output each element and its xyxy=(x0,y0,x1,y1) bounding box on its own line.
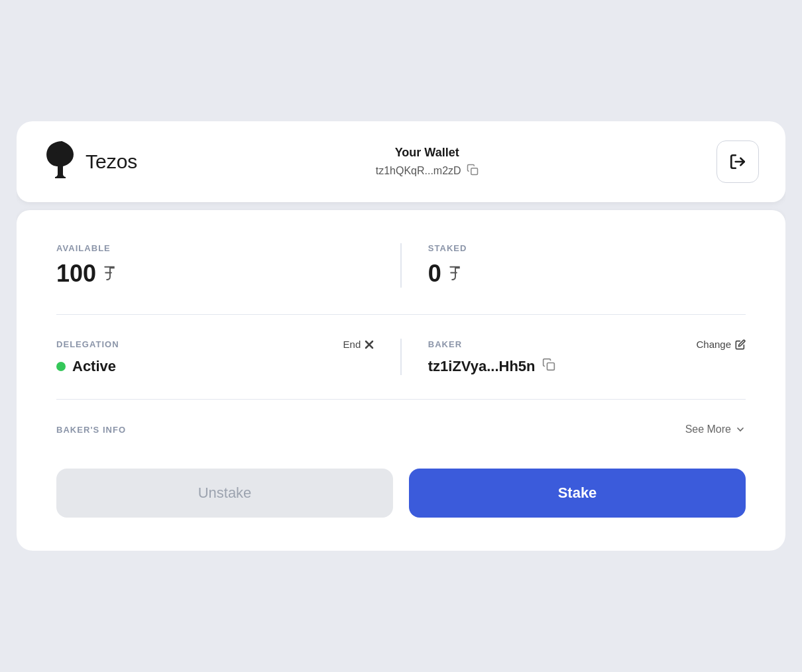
balance-divider xyxy=(400,243,402,288)
delegation-label: DELEGATION xyxy=(56,339,119,349)
wallet-title: Your Wallet xyxy=(376,146,479,160)
available-tez-symbol xyxy=(101,262,119,286)
staked-balance: STAKED 0 xyxy=(428,243,746,288)
wallet-info: Your Wallet tz1hQKqR...m2zD xyxy=(376,146,479,178)
available-label: AVAILABLE xyxy=(56,243,374,253)
bakers-info-label: BAKER'S INFO xyxy=(56,425,126,435)
baker-address-text: tz1iZVya...Hh5n xyxy=(428,358,536,375)
end-label: End xyxy=(343,339,361,350)
delegation-divider xyxy=(400,339,402,375)
tezos-brand-name: Tezos xyxy=(86,150,137,173)
stake-button[interactable]: Stake xyxy=(409,469,746,518)
change-label: Change xyxy=(696,339,731,350)
baker-header: BAKER Change xyxy=(428,339,746,350)
unstake-button[interactable]: Unstake xyxy=(56,469,393,518)
logout-button[interactable] xyxy=(716,140,759,183)
baker-item: BAKER Change tz1iZVya...Hh5n xyxy=(428,339,746,375)
staked-amount: 0 xyxy=(428,260,441,288)
see-more-text: See More xyxy=(685,423,731,435)
delegation-header: DELEGATION End xyxy=(56,339,374,350)
available-amount: 100 xyxy=(56,260,96,288)
active-dot-icon xyxy=(56,362,66,371)
end-delegation-button[interactable]: End xyxy=(343,339,374,350)
copy-baker-icon[interactable] xyxy=(542,358,555,375)
delegation-item: DELEGATION End Active xyxy=(56,339,374,375)
staked-tez-symbol xyxy=(447,262,464,286)
wallet-address-row: tz1hQKqR...m2zD xyxy=(376,164,479,178)
wallet-address-text: tz1hQKqR...m2zD xyxy=(376,165,461,177)
logo-area: Tezos xyxy=(43,140,137,184)
svg-rect-4 xyxy=(547,363,554,370)
bakers-info-row: BAKER'S INFO See More xyxy=(56,400,746,469)
baker-address-row: tz1iZVya...Hh5n xyxy=(428,358,746,375)
delegation-status: Active xyxy=(56,358,374,375)
available-value: 100 xyxy=(56,260,374,288)
staked-label: STAKED xyxy=(428,243,746,253)
header: Tezos Your Wallet tz1hQKqR...m2zD xyxy=(17,121,785,202)
change-baker-button[interactable]: Change xyxy=(696,339,746,350)
main-card: AVAILABLE 100 STAKED 0 xyxy=(17,210,785,551)
copy-address-icon[interactable] xyxy=(467,164,479,178)
available-balance: AVAILABLE 100 xyxy=(56,243,374,288)
see-more-button[interactable]: See More xyxy=(685,423,746,435)
active-status-text: Active xyxy=(72,358,116,375)
baker-label: BAKER xyxy=(428,339,462,349)
staked-value: 0 xyxy=(428,260,746,288)
action-buttons: Unstake Stake xyxy=(56,469,746,518)
delegation-row: DELEGATION End Active xyxy=(56,315,746,400)
balance-row: AVAILABLE 100 STAKED 0 xyxy=(56,243,746,315)
tezos-logo-icon xyxy=(43,140,78,184)
svg-rect-0 xyxy=(471,168,477,174)
